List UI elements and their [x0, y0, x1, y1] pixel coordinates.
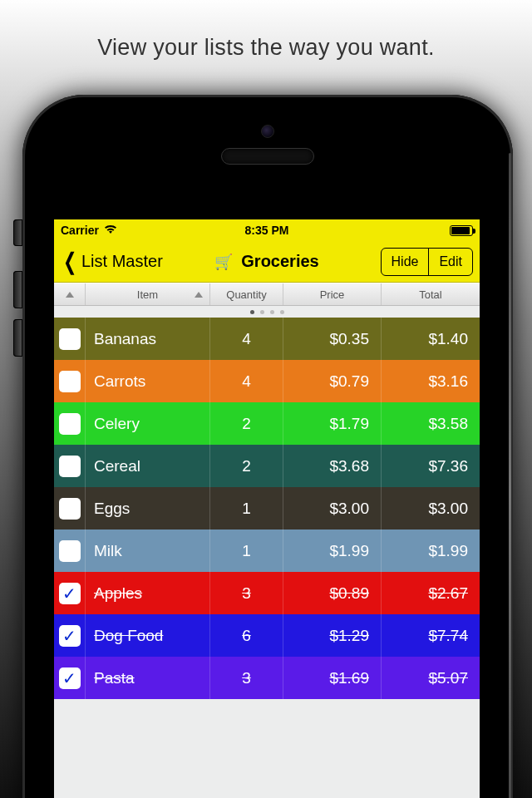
- table-row[interactable]: Milk1$1.99$1.99: [54, 530, 480, 572]
- row-total: $3.58: [428, 415, 468, 433]
- header-total[interactable]: Total: [382, 283, 480, 305]
- pager-dot[interactable]: [260, 310, 264, 314]
- header-total-label: Total: [419, 288, 441, 301]
- sort-asc-icon: [66, 292, 74, 298]
- status-time: 8:35 PM: [54, 224, 480, 237]
- row-checkbox-cell: ✓: [54, 657, 86, 699]
- row-price-cell: $3.68: [283, 445, 382, 487]
- row-checkbox[interactable]: [59, 413, 81, 435]
- pager-dot[interactable]: [250, 310, 254, 314]
- phone-frame: Carrier 8:35 PM ❮ List Master 🛒 Grocerie…: [22, 95, 513, 798]
- pager-dot[interactable]: [280, 310, 284, 314]
- row-quantity: 3: [242, 669, 251, 687]
- header-quantity[interactable]: Quantity: [210, 283, 283, 305]
- hide-button[interactable]: Hide: [382, 249, 429, 275]
- row-price: $1.99: [329, 542, 369, 560]
- row-checkbox-cell: [54, 360, 86, 402]
- row-quantity-cell: 3: [210, 657, 283, 699]
- row-total-cell: $3.00: [382, 487, 480, 530]
- table-row[interactable]: ✓Dog Food6$1.29$7.74: [54, 614, 480, 657]
- row-price-cell: $0.79: [283, 360, 382, 402]
- row-checkbox-cell: [54, 318, 86, 360]
- header-price[interactable]: Price: [283, 283, 382, 305]
- table-body: Bananas4$0.35$1.40Carrots4$0.79$3.16Cele…: [54, 318, 480, 699]
- header-item[interactable]: Item: [86, 283, 210, 305]
- row-item: Celery: [94, 415, 140, 433]
- table-row[interactable]: Bananas4$0.35$1.40: [54, 318, 480, 360]
- row-checkbox[interactable]: [59, 456, 81, 477]
- row-quantity-cell: 4: [210, 360, 283, 402]
- row-quantity: 3: [242, 584, 251, 603]
- earpiece: [221, 148, 314, 165]
- row-price-cell: $3.00: [283, 487, 382, 530]
- header-item-label: Item: [137, 288, 158, 301]
- row-price-cell: $0.89: [283, 572, 382, 614]
- row-total: $7.36: [428, 457, 468, 475]
- table-row[interactable]: Carrots4$0.79$3.16: [54, 360, 480, 402]
- row-item: Dog Food: [94, 627, 163, 645]
- row-total: $3.00: [428, 500, 468, 518]
- row-total-cell: $3.58: [382, 402, 480, 445]
- phone-screen: Carrier 8:35 PM ❮ List Master 🛒 Grocerie…: [54, 219, 480, 798]
- table-row[interactable]: Celery2$1.79$3.58: [54, 402, 480, 445]
- row-item: Apples: [94, 584, 142, 603]
- promo-caption: View your lists the way you want.: [0, 35, 532, 61]
- row-price: $1.79: [329, 415, 369, 433]
- row-quantity: 2: [242, 457, 251, 475]
- row-item-cell: Dog Food: [86, 614, 210, 657]
- pager-dot[interactable]: [270, 310, 274, 314]
- row-quantity: 2: [242, 415, 251, 433]
- table-header: Item Quantity Price Total: [54, 283, 480, 306]
- row-checkbox[interactable]: [59, 540, 81, 562]
- nav-bar: ❮ List Master 🛒 Groceries Hide Edit: [54, 241, 480, 283]
- row-price-cell: $1.99: [283, 530, 382, 572]
- row-quantity: 4: [242, 330, 251, 348]
- pager-dots: [54, 306, 480, 318]
- header-quantity-label: Quantity: [226, 288, 266, 301]
- row-quantity-cell: 2: [210, 445, 283, 487]
- header-price-label: Price: [320, 288, 345, 301]
- nav-actions: Hide Edit: [381, 248, 473, 276]
- battery-icon: [450, 225, 473, 236]
- row-checkbox[interactable]: [59, 371, 81, 392]
- row-quantity-cell: 6: [210, 614, 283, 657]
- row-checkbox[interactable]: ✓: [59, 667, 81, 689]
- row-checkbox[interactable]: [59, 328, 81, 350]
- row-checkbox[interactable]: ✓: [59, 583, 81, 604]
- row-checkbox[interactable]: [59, 498, 81, 520]
- table-row[interactable]: ✓Pasta3$1.69$5.07: [54, 657, 480, 699]
- row-item: Eggs: [94, 500, 130, 518]
- row-quantity-cell: 2: [210, 402, 283, 445]
- row-price: $3.00: [329, 500, 369, 518]
- row-price-cell: $1.79: [283, 402, 382, 445]
- edit-button[interactable]: Edit: [428, 249, 472, 275]
- row-price: $1.69: [329, 669, 369, 687]
- table-row[interactable]: Cereal2$3.68$7.36: [54, 445, 480, 487]
- row-item-cell: Celery: [86, 402, 210, 445]
- row-price-cell: $1.29: [283, 614, 382, 657]
- back-button[interactable]: ❮ List Master: [61, 250, 163, 273]
- row-total-cell: $1.99: [382, 530, 480, 572]
- header-sort-check[interactable]: [54, 283, 86, 305]
- row-total-cell: $1.40: [382, 318, 480, 360]
- row-quantity-cell: 1: [210, 487, 283, 530]
- proximity-sensor: [261, 125, 274, 138]
- row-total-cell: $7.74: [382, 614, 480, 657]
- row-item-cell: Pasta: [86, 657, 210, 699]
- mute-switch: [13, 219, 22, 246]
- row-total: $3.16: [428, 372, 468, 391]
- table-row[interactable]: ✓Apples3$0.89$2.67: [54, 572, 480, 614]
- row-price: $1.29: [329, 627, 369, 645]
- row-quantity-cell: 4: [210, 318, 283, 360]
- row-item-cell: Milk: [86, 530, 210, 572]
- row-checkbox-cell: ✓: [54, 614, 86, 657]
- row-quantity: 4: [242, 372, 251, 391]
- row-checkbox[interactable]: ✓: [59, 625, 81, 647]
- volume-down-button: [13, 319, 22, 357]
- page-title: Groceries: [241, 252, 318, 271]
- cart-icon: 🛒: [214, 254, 233, 269]
- row-item: Bananas: [94, 330, 156, 348]
- table-row[interactable]: Eggs1$3.00$3.00: [54, 487, 480, 530]
- row-total: $1.40: [428, 330, 468, 348]
- row-item-cell: Cereal: [86, 445, 210, 487]
